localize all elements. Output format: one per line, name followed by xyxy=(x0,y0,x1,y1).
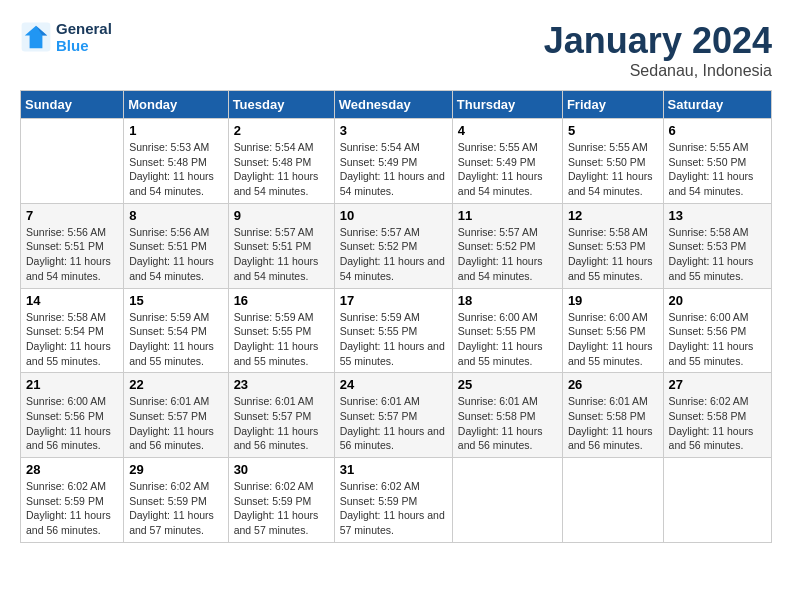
day-cell-31: 31Sunrise: 6:02 AMSunset: 5:59 PMDayligh… xyxy=(334,458,452,543)
weekday-header-saturday: Saturday xyxy=(663,91,771,119)
page-header: General Blue January 2024 Sedanau, Indon… xyxy=(20,20,772,80)
day-info: Sunrise: 5:57 AMSunset: 5:52 PMDaylight:… xyxy=(458,225,557,284)
day-number: 7 xyxy=(26,208,118,223)
day-number: 26 xyxy=(568,377,658,392)
day-info: Sunrise: 6:01 AMSunset: 5:58 PMDaylight:… xyxy=(458,394,557,453)
day-info: Sunrise: 6:02 AMSunset: 5:59 PMDaylight:… xyxy=(129,479,222,538)
day-number: 10 xyxy=(340,208,447,223)
day-cell-30: 30Sunrise: 6:02 AMSunset: 5:59 PMDayligh… xyxy=(228,458,334,543)
empty-cell xyxy=(21,119,124,204)
day-cell-17: 17Sunrise: 5:59 AMSunset: 5:55 PMDayligh… xyxy=(334,288,452,373)
day-info: Sunrise: 6:01 AMSunset: 5:57 PMDaylight:… xyxy=(234,394,329,453)
weekday-header-wednesday: Wednesday xyxy=(334,91,452,119)
empty-cell xyxy=(562,458,663,543)
day-cell-8: 8Sunrise: 5:56 AMSunset: 5:51 PMDaylight… xyxy=(124,203,228,288)
day-cell-10: 10Sunrise: 5:57 AMSunset: 5:52 PMDayligh… xyxy=(334,203,452,288)
day-number: 9 xyxy=(234,208,329,223)
day-info: Sunrise: 6:01 AMSunset: 5:58 PMDaylight:… xyxy=(568,394,658,453)
day-info: Sunrise: 6:01 AMSunset: 5:57 PMDaylight:… xyxy=(340,394,447,453)
logo-text: General Blue xyxy=(56,20,112,54)
day-number: 28 xyxy=(26,462,118,477)
day-info: Sunrise: 6:00 AMSunset: 5:56 PMDaylight:… xyxy=(568,310,658,369)
day-number: 17 xyxy=(340,293,447,308)
day-cell-23: 23Sunrise: 6:01 AMSunset: 5:57 PMDayligh… xyxy=(228,373,334,458)
day-info: Sunrise: 6:02 AMSunset: 5:59 PMDaylight:… xyxy=(234,479,329,538)
weekday-header-monday: Monday xyxy=(124,91,228,119)
day-cell-21: 21Sunrise: 6:00 AMSunset: 5:56 PMDayligh… xyxy=(21,373,124,458)
day-number: 16 xyxy=(234,293,329,308)
weekday-header-sunday: Sunday xyxy=(21,91,124,119)
day-number: 1 xyxy=(129,123,222,138)
day-info: Sunrise: 6:02 AMSunset: 5:59 PMDaylight:… xyxy=(26,479,118,538)
day-info: Sunrise: 5:59 AMSunset: 5:54 PMDaylight:… xyxy=(129,310,222,369)
day-number: 13 xyxy=(669,208,766,223)
logo-icon xyxy=(20,21,52,53)
day-info: Sunrise: 5:56 AMSunset: 5:51 PMDaylight:… xyxy=(26,225,118,284)
day-cell-16: 16Sunrise: 5:59 AMSunset: 5:55 PMDayligh… xyxy=(228,288,334,373)
day-info: Sunrise: 5:53 AMSunset: 5:48 PMDaylight:… xyxy=(129,140,222,199)
weekday-header-thursday: Thursday xyxy=(452,91,562,119)
day-number: 24 xyxy=(340,377,447,392)
day-info: Sunrise: 5:58 AMSunset: 5:54 PMDaylight:… xyxy=(26,310,118,369)
week-row-2: 7Sunrise: 5:56 AMSunset: 5:51 PMDaylight… xyxy=(21,203,772,288)
day-number: 4 xyxy=(458,123,557,138)
calendar-table: SundayMondayTuesdayWednesdayThursdayFrid… xyxy=(20,90,772,543)
day-number: 18 xyxy=(458,293,557,308)
title-block: January 2024 Sedanau, Indonesia xyxy=(544,20,772,80)
day-number: 21 xyxy=(26,377,118,392)
calendar-subtitle: Sedanau, Indonesia xyxy=(544,62,772,80)
day-number: 8 xyxy=(129,208,222,223)
day-info: Sunrise: 5:57 AMSunset: 5:52 PMDaylight:… xyxy=(340,225,447,284)
day-number: 31 xyxy=(340,462,447,477)
day-info: Sunrise: 5:55 AMSunset: 5:50 PMDaylight:… xyxy=(568,140,658,199)
day-cell-12: 12Sunrise: 5:58 AMSunset: 5:53 PMDayligh… xyxy=(562,203,663,288)
day-cell-13: 13Sunrise: 5:58 AMSunset: 5:53 PMDayligh… xyxy=(663,203,771,288)
week-row-1: 1Sunrise: 5:53 AMSunset: 5:48 PMDaylight… xyxy=(21,119,772,204)
weekday-header-friday: Friday xyxy=(562,91,663,119)
day-info: Sunrise: 5:54 AMSunset: 5:48 PMDaylight:… xyxy=(234,140,329,199)
day-cell-27: 27Sunrise: 6:02 AMSunset: 5:58 PMDayligh… xyxy=(663,373,771,458)
day-info: Sunrise: 5:59 AMSunset: 5:55 PMDaylight:… xyxy=(234,310,329,369)
empty-cell xyxy=(663,458,771,543)
day-info: Sunrise: 6:01 AMSunset: 5:57 PMDaylight:… xyxy=(129,394,222,453)
day-cell-3: 3Sunrise: 5:54 AMSunset: 5:49 PMDaylight… xyxy=(334,119,452,204)
day-cell-26: 26Sunrise: 6:01 AMSunset: 5:58 PMDayligh… xyxy=(562,373,663,458)
day-cell-22: 22Sunrise: 6:01 AMSunset: 5:57 PMDayligh… xyxy=(124,373,228,458)
day-cell-18: 18Sunrise: 6:00 AMSunset: 5:55 PMDayligh… xyxy=(452,288,562,373)
day-number: 12 xyxy=(568,208,658,223)
day-number: 23 xyxy=(234,377,329,392)
day-cell-25: 25Sunrise: 6:01 AMSunset: 5:58 PMDayligh… xyxy=(452,373,562,458)
day-number: 15 xyxy=(129,293,222,308)
logo: General Blue xyxy=(20,20,112,54)
day-number: 2 xyxy=(234,123,329,138)
day-info: Sunrise: 5:56 AMSunset: 5:51 PMDaylight:… xyxy=(129,225,222,284)
day-number: 29 xyxy=(129,462,222,477)
day-number: 27 xyxy=(669,377,766,392)
day-number: 5 xyxy=(568,123,658,138)
day-cell-11: 11Sunrise: 5:57 AMSunset: 5:52 PMDayligh… xyxy=(452,203,562,288)
weekday-header-tuesday: Tuesday xyxy=(228,91,334,119)
day-info: Sunrise: 5:58 AMSunset: 5:53 PMDaylight:… xyxy=(568,225,658,284)
day-cell-15: 15Sunrise: 5:59 AMSunset: 5:54 PMDayligh… xyxy=(124,288,228,373)
day-cell-20: 20Sunrise: 6:00 AMSunset: 5:56 PMDayligh… xyxy=(663,288,771,373)
day-number: 20 xyxy=(669,293,766,308)
day-info: Sunrise: 5:58 AMSunset: 5:53 PMDaylight:… xyxy=(669,225,766,284)
day-info: Sunrise: 6:00 AMSunset: 5:56 PMDaylight:… xyxy=(669,310,766,369)
day-info: Sunrise: 5:54 AMSunset: 5:49 PMDaylight:… xyxy=(340,140,447,199)
day-info: Sunrise: 6:00 AMSunset: 5:55 PMDaylight:… xyxy=(458,310,557,369)
day-info: Sunrise: 6:02 AMSunset: 5:58 PMDaylight:… xyxy=(669,394,766,453)
day-number: 30 xyxy=(234,462,329,477)
week-row-4: 21Sunrise: 6:00 AMSunset: 5:56 PMDayligh… xyxy=(21,373,772,458)
day-cell-1: 1Sunrise: 5:53 AMSunset: 5:48 PMDaylight… xyxy=(124,119,228,204)
day-info: Sunrise: 6:02 AMSunset: 5:59 PMDaylight:… xyxy=(340,479,447,538)
day-info: Sunrise: 5:55 AMSunset: 5:49 PMDaylight:… xyxy=(458,140,557,199)
empty-cell xyxy=(452,458,562,543)
day-cell-5: 5Sunrise: 5:55 AMSunset: 5:50 PMDaylight… xyxy=(562,119,663,204)
day-cell-19: 19Sunrise: 6:00 AMSunset: 5:56 PMDayligh… xyxy=(562,288,663,373)
day-number: 14 xyxy=(26,293,118,308)
weekday-header-row: SundayMondayTuesdayWednesdayThursdayFrid… xyxy=(21,91,772,119)
day-info: Sunrise: 5:55 AMSunset: 5:50 PMDaylight:… xyxy=(669,140,766,199)
day-number: 25 xyxy=(458,377,557,392)
day-number: 3 xyxy=(340,123,447,138)
day-info: Sunrise: 5:57 AMSunset: 5:51 PMDaylight:… xyxy=(234,225,329,284)
